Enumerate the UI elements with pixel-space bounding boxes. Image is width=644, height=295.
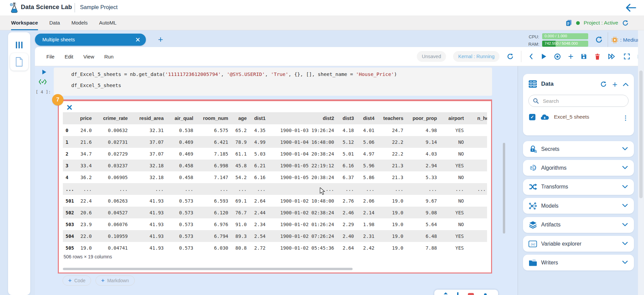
table-row: 024.00.0063232.310.5386.57565.24.351900-… [63, 124, 487, 136]
table-cell: 6.37 [337, 175, 357, 180]
code-token: , {}, [], sheet_name = [288, 72, 356, 77]
table-cell: 22.0 [77, 234, 95, 239]
run-this-cell-icon[interactable] [42, 69, 47, 75]
app-title: Data Science Lab [21, 4, 72, 11]
tab-close-icon[interactable]: ✕ [135, 37, 140, 43]
dataset-row[interactable]: ✓ Excel_5 sheets [529, 114, 589, 120]
table-header-cell: air_qual [167, 116, 197, 121]
fullscreen-icon[interactable] [623, 53, 630, 60]
table-cell: 24.0 [77, 128, 95, 133]
notebook-scrollbar[interactable] [503, 143, 505, 234]
search-input[interactable] [542, 98, 617, 104]
logs-icon[interactable] [565, 19, 572, 27]
nav-item-models[interactable]: Models [71, 15, 87, 30]
chevron-down-icon[interactable] [622, 260, 628, 266]
chevron-down-icon[interactable] [622, 184, 628, 190]
table-cell: 9.14 [407, 139, 440, 145]
data-refresh-icon[interactable] [600, 81, 607, 88]
table-cell: 4.03 [407, 151, 440, 157]
resources-refresh-icon[interactable] [595, 36, 603, 44]
sidebar-section-algorithms[interactable]: Algorithms [523, 160, 634, 176]
chevron-down-icon[interactable] [622, 241, 628, 247]
chevron-down-icon[interactable] [622, 203, 628, 209]
table-header-cell: dist3 [337, 116, 357, 121]
add-code-button[interactable]: + Code [63, 276, 91, 286]
table-cell: ... [440, 186, 467, 192]
add-markdown-button[interactable]: + Markdown [95, 276, 135, 286]
sidebar-section-transforms[interactable]: Transforms [523, 179, 634, 195]
table-cell: 1900-01-03 19:26:24 [269, 128, 337, 133]
table-cell: ... [467, 186, 487, 192]
table-row: ........................................… [63, 183, 487, 195]
cell-actions-popup[interactable] [434, 290, 498, 295]
sidebar-section-variable-explorer[interactable]: (x)Variable explorer [523, 236, 634, 252]
data-add-icon[interactable]: + [612, 81, 617, 88]
table-cell: 5.12 [337, 139, 357, 145]
table-row: 121.60.0273137.070.4696.42178.94.991900-… [63, 136, 487, 148]
menu-edit[interactable]: Edit [65, 47, 73, 66]
columns-icon[interactable] [16, 42, 23, 48]
run-cell-icon[interactable] [541, 53, 547, 60]
chevron-down-icon[interactable] [622, 222, 628, 228]
table-row: 50323.90.0607641.930.5736.97691.02.34190… [63, 218, 487, 230]
section-label: Transforms [541, 184, 568, 190]
nav-item-automl[interactable]: AutoML [99, 15, 117, 30]
table-cell: 4 [63, 175, 77, 180]
table-cell: 5.86 [357, 175, 378, 180]
kernel-refresh-icon[interactable] [507, 53, 514, 60]
table-cell: 1900-01-02 02:38:24 [269, 210, 337, 215]
table-cell: 6.593 [197, 198, 232, 204]
resource-divider [608, 32, 608, 47]
page-scrollbar-thumb[interactable] [639, 71, 643, 198]
table-cell: ... [337, 186, 357, 192]
table-cell: 502 [63, 210, 77, 215]
tab-multiple-sheets[interactable]: Multiple sheets ✕ [35, 34, 146, 46]
table-cell: 9.67 [407, 198, 440, 204]
ram-meter: 742.550 / 5048.000 [542, 41, 588, 47]
chevron-down-icon[interactable] [622, 146, 628, 152]
table-shape-caption: 506 rows × 19 columns [64, 254, 112, 259]
sidebar-section-writers[interactable]: Writers [523, 255, 634, 270]
table-cell: 5.03 [250, 151, 269, 157]
back-arrow-icon[interactable] [625, 3, 637, 12]
notebook-file-item[interactable] [10, 53, 28, 71]
menu-file[interactable]: File [46, 47, 54, 66]
sidebar-section-artifacts[interactable]: Artifacts [523, 217, 634, 233]
new-tab-button[interactable]: + [158, 34, 163, 45]
ram-label: RAM: [528, 42, 539, 47]
save-notebook-icon[interactable] [580, 53, 587, 60]
prev-cell-icon[interactable] [528, 53, 534, 60]
table-cell: 0.02731 [95, 139, 131, 145]
table-cell: 41.93 [131, 222, 167, 227]
table-cell: 6.998 [197, 163, 232, 168]
menu-run[interactable]: Run [104, 47, 114, 66]
data-collapse-icon[interactable] [623, 82, 629, 86]
table-hscrollbar[interactable] [63, 268, 353, 270]
nav-item-data[interactable]: Data [49, 15, 60, 30]
sidebar-section-models[interactable]: Models [523, 198, 634, 214]
project-refresh-icon[interactable] [622, 19, 629, 27]
dataset-checkbox[interactable]: ✓ [529, 114, 535, 120]
lock-icon [528, 145, 537, 153]
add-cell-icon[interactable]: + [568, 51, 573, 62]
data-search[interactable] [528, 95, 629, 107]
chevron-down-icon[interactable] [622, 165, 628, 171]
table-cell: NO [440, 198, 467, 204]
output-close-icon[interactable]: ✕ [66, 104, 73, 112]
table-cell: 23.9 [77, 222, 95, 227]
menu-view[interactable]: View [83, 47, 94, 66]
sidebar-section-secrets[interactable]: Secrets [523, 141, 634, 157]
table-cell: 2.94 [407, 163, 440, 168]
table-cell: 9.08 [407, 210, 440, 215]
table-cell: ... [167, 186, 197, 192]
table-cell: 32.31 [131, 128, 167, 133]
table-cell: 2.46 [337, 210, 357, 215]
delete-cell-icon[interactable] [594, 53, 601, 60]
dataset-menu-icon[interactable]: ⋮ [622, 114, 629, 122]
run-all-icon[interactable] [608, 53, 616, 60]
nav-item-workspace[interactable]: Workspace [11, 15, 38, 30]
table-cell: 0.04741 [95, 245, 131, 251]
interrupt-kernel-icon[interactable] [554, 53, 561, 60]
table-cell: 2.64 [337, 245, 357, 251]
table-cell: YES [440, 210, 467, 215]
